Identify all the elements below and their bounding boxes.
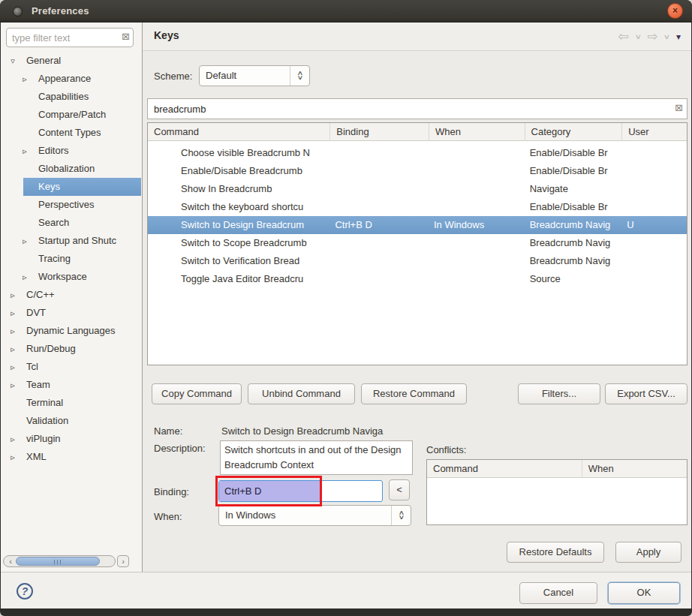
titlebar[interactable]: Preferences × [0,0,692,23]
conflicts-column-command[interactable]: Command [427,460,582,478]
preferences-tree: ▿General▹AppearanceCapabilitiesCompare/P… [0,52,141,466]
table-row-enable-disable-breadcrumb[interactable]: Enable/Disable BreadcrumbEnable/Disable … [148,162,687,180]
column-header-when[interactable]: When [429,123,525,141]
sidebar-item-viplugin[interactable]: ▹viPlugin [0,430,141,448]
when-label: When: [154,511,182,522]
copy-command-button[interactable]: Copy Command [152,383,242,404]
scheme-select[interactable]: Default ∧∨ [199,65,310,86]
restore-defaults-button[interactable]: Restore Defaults [507,542,604,563]
view-menu-icon[interactable]: ▾ [676,30,681,44]
column-header-command[interactable]: Command [148,123,330,141]
sidebar-item-startup-and-shutc[interactable]: ▹Startup and Shutc [0,232,141,250]
preferences-window: Preferences × ⊠ ▿General▹AppearanceCapab… [0,0,692,616]
column-header-user[interactable]: User [622,123,687,141]
sidebar-item-globalization[interactable]: Globalization [0,160,141,178]
scroll-left-icon[interactable]: ‹ [6,556,15,566]
export-csv-button[interactable]: Export CSV... [605,383,687,404]
ok-button[interactable]: OK [608,582,680,604]
expander-collapsed-icon[interactable]: ▹ [8,304,18,322]
unbind-command-button[interactable]: Unbind Command [248,383,355,404]
column-header-binding[interactable]: Binding [330,123,429,141]
back-icon[interactable]: ⇦ [618,30,628,44]
conflicts-column-when[interactable]: When [582,460,687,478]
expander-collapsed-icon[interactable]: ▹ [20,70,30,88]
sidebar-hscrollbar[interactable]: ‹ [3,555,116,567]
sidebar-item-label: Dynamic Languages [26,322,116,340]
sidebar-item-validation[interactable]: Validation [0,412,141,430]
cell-command: Switch to Scope Breadcrumb [148,234,330,252]
cancel-button[interactable]: Cancel [519,582,597,604]
expander-collapsed-icon[interactable]: ▹ [20,232,30,250]
window-menu-icon[interactable] [13,7,23,17]
sidebar-item-compare-patch[interactable]: Compare/Patch [0,106,141,124]
expander-collapsed-icon[interactable]: ▹ [8,376,18,394]
expander-collapsed-icon[interactable]: ▹ [8,322,18,340]
sidebar-item-appearance[interactable]: ▹Appearance [0,70,141,88]
sidebar-item-terminal[interactable]: Terminal [0,394,141,412]
cell-binding [330,252,429,270]
filters-button[interactable]: Filters... [518,383,600,404]
sidebar-item-label: Editors [38,142,68,160]
forward-icon[interactable]: ⇨ [647,30,657,44]
clear-search-icon[interactable]: ⊠ [675,102,683,113]
forward-dropdown-icon[interactable]: ∨ [663,30,670,44]
sidebar-item-run-debug[interactable]: ▹Run/Debug [0,340,141,358]
sidebar-item-label: Compare/Patch [38,106,106,124]
sidebar-item-capabilities[interactable]: Capabilities [0,88,141,106]
sidebar-item-general[interactable]: ▿General [0,52,141,70]
conflicts-label: Conflicts: [426,444,466,455]
sidebar-item-tcl[interactable]: ▹Tcl [0,358,141,376]
back-dropdown-icon[interactable]: ∨ [634,30,641,44]
expander-collapsed-icon[interactable]: ▹ [8,448,18,466]
sidebar-item-label: Content Types [38,124,101,142]
cell-command: Enable/Disable Breadcrumb [148,162,330,180]
table-row-switch-to-design-breadcrum[interactable]: Switch to Design BreadcrumCtrl+B DIn Win… [148,216,687,234]
sidebar-item-xml[interactable]: ▹XML [0,448,141,466]
close-icon[interactable]: × [667,3,683,19]
expander-collapsed-icon[interactable]: ▹ [20,142,30,160]
column-header-category[interactable]: Category [525,123,623,141]
expander-expanded-icon[interactable]: ▿ [8,52,18,70]
sidebar-item-dynamic-languages[interactable]: ▹Dynamic Languages [0,322,141,340]
table-row-switch-to-verification-bread[interactable]: Switch to Verification BreadBreadcrumb N… [148,252,687,270]
sidebar-item-label: Startup and Shutc [38,232,116,250]
help-icon[interactable]: ? [17,583,33,599]
sidebar-item-label: Keys [38,178,60,196]
sidebar-item-tracing[interactable]: Tracing [0,250,141,268]
table-row-show-in-breadcrumb[interactable]: Show In BreadcrumbNavigate [148,180,687,198]
description-textarea[interactable]: Switch shortcuts in and out of the Desig… [220,440,413,475]
apply-button[interactable]: Apply [615,542,681,563]
table-row-switch-the-keyboard-shortcu[interactable]: Switch the keyboard shortcuEnable/Disabl… [148,198,687,216]
expander-collapsed-icon[interactable]: ▹ [8,286,18,304]
cell-user [622,198,687,216]
binding-options-button[interactable]: < [389,479,410,500]
sidebar-item-search[interactable]: Search [0,214,141,232]
restore-command-button[interactable]: Restore Command [361,383,467,404]
scrollbar-thumb[interactable] [16,557,100,566]
sidebar-item-c-c[interactable]: ▹C/C++ [0,286,141,304]
sidebar-item-team[interactable]: ▹Team [0,376,141,394]
table-row-toggle-java-editor-breadcru[interactable]: Toggle Java Editor BreadcruSource [148,270,687,288]
sidebar-item-content-types[interactable]: Content Types [0,124,141,142]
table-row-switch-to-scope-breadcrumb[interactable]: Switch to Scope BreadcrumbBreadcrumb Nav… [148,234,687,252]
expander-collapsed-icon[interactable]: ▹ [20,268,30,286]
clear-filter-icon[interactable]: ⊠ [122,31,130,42]
when-select[interactable]: In Windows ∧∨ [218,505,411,526]
scheme-value: Default [206,70,236,81]
search-input[interactable] [147,98,687,119]
name-label: Name: [154,425,182,437]
sidebar-item-dvt[interactable]: ▹DVT [0,304,141,322]
filter-input[interactable] [6,28,134,47]
expander-collapsed-icon[interactable]: ▹ [8,358,18,376]
dialog-footer: ? Cancel OK [1,572,691,608]
sidebar-item-perspectives[interactable]: Perspectives [0,196,141,214]
cell-user [622,252,687,270]
expander-collapsed-icon[interactable]: ▹ [8,430,18,448]
expander-collapsed-icon[interactable]: ▹ [8,340,18,358]
scroll-right-button[interactable]: › [117,555,129,567]
sidebar-item-workspace[interactable]: ▹Workspace [0,268,141,286]
sidebar-item-keys[interactable]: Keys [0,178,141,196]
cell-binding [330,180,429,198]
table-row-choose-visible-breadcrumb-n[interactable]: Choose visible Breadcrumb NEnable/Disabl… [148,144,687,162]
sidebar-item-editors[interactable]: ▹Editors [0,142,141,160]
